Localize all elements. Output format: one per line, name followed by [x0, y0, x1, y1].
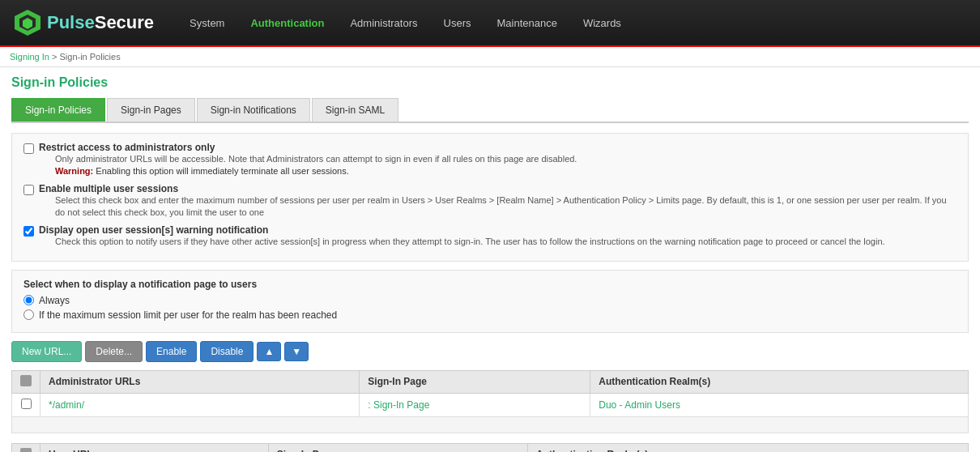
admin-signin-page-cell: : Sign-In Page: [360, 393, 590, 416]
notification-section: Select when to display a notification pa…: [11, 270, 969, 333]
admin-signin-page-link[interactable]: : Sign-In Page: [368, 399, 429, 411]
tab-sign-in-notifications[interactable]: Sign-in Notifications: [197, 98, 310, 122]
logo-icon: [13, 8, 42, 37]
nav-users[interactable]: Users: [432, 11, 483, 36]
admin-auth-realm-col-header: Authentication Realm(s): [590, 370, 969, 393]
radio-always-input[interactable]: [23, 295, 34, 305]
radio-always: Always: [23, 295, 957, 306]
radio-max-session-label: If the maximum session limit per user fo…: [39, 309, 337, 321]
user-url-col-header: User URLs: [40, 443, 269, 452]
option-enable-multiple: Enable multiple user sessions Select thi…: [23, 183, 957, 220]
breadcrumb-current: Sign-in Policies: [59, 52, 120, 62]
admin-urls-table: Administrator URLs Sign-In Page Authenti…: [11, 370, 969, 433]
notification-section-title: Select when to display a notification pa…: [23, 279, 957, 290]
nav-system[interactable]: System: [178, 11, 236, 36]
admin-signin-page-col-header: Sign-In Page: [360, 370, 590, 393]
tab-bar: Sign-in Policies Sign-in Pages Sign-in N…: [11, 98, 969, 123]
admin-row-check: [12, 393, 40, 416]
restrict-admins-label: Restrict access to administrators only: [39, 142, 577, 153]
enable-multiple-desc: Select this check box and enter the maxi…: [55, 194, 957, 220]
breadcrumb: Signing In > Sign-in Policies: [0, 47, 980, 67]
restrict-admins-warning: Warning: Warning: Enabling this option w…: [55, 165, 577, 177]
nav-authentication[interactable]: Authentication: [239, 11, 335, 36]
page-content: Sign-in Policies Sign-in Policies Sign-i…: [0, 67, 980, 452]
admin-empty-row: [12, 416, 969, 433]
enable-button[interactable]: Enable: [146, 341, 197, 362]
move-down-button[interactable]: ▼: [284, 342, 309, 361]
logo: PulseSecure: [13, 8, 154, 37]
restrict-admins-desc: Only administrator URLs will be accessib…: [55, 153, 577, 165]
admin-auth-realm-cell: Duo - Admin Users: [590, 393, 969, 416]
user-urls-table: User URLs Sign-In Page Authentication Re…: [11, 443, 969, 452]
disable-button[interactable]: Disable: [200, 341, 254, 362]
move-up-button[interactable]: ▲: [257, 342, 281, 361]
admin-url-link[interactable]: */admin/: [49, 399, 84, 411]
nav-maintenance[interactable]: Maintenance: [485, 11, 568, 36]
admin-url-col-header: Administrator URLs: [40, 370, 360, 393]
enable-multiple-label: Enable multiple user sessions: [39, 183, 957, 194]
header: PulseSecure System Authentication Admini…: [0, 0, 980, 47]
admin-auth-realm-link[interactable]: Duo - Admin Users: [599, 399, 680, 411]
logo-text: PulseSecure: [47, 12, 154, 33]
action-buttons: New URL... Delete... Enable Disable ▲ ▼: [11, 341, 969, 362]
radio-always-label: Always: [39, 295, 70, 306]
option-restrict-admins: Restrict access to administrators only O…: [23, 142, 957, 178]
page-title: Sign-in Policies: [11, 75, 969, 90]
nav-administrators[interactable]: Administrators: [339, 11, 428, 36]
tab-sign-in-saml[interactable]: Sign-in SAML: [312, 98, 398, 122]
enable-multiple-checkbox[interactable]: [23, 185, 34, 195]
new-url-button[interactable]: New URL...: [11, 341, 82, 362]
sort-icon: [20, 375, 32, 386]
tab-sign-in-pages[interactable]: Sign-in Pages: [107, 98, 195, 122]
main-nav: System Authentication Administrators Use…: [178, 11, 633, 36]
tab-sign-in-policies[interactable]: Sign-in Policies: [11, 98, 105, 122]
options-section: Restrict access to administrators only O…: [11, 133, 969, 262]
restrict-admins-checkbox[interactable]: [23, 143, 34, 154]
user-signin-page-col-header: Sign-In Page: [268, 443, 527, 452]
option-display-warning: Display open user session[s] warning not…: [23, 224, 957, 248]
user-sort-icon: [20, 448, 32, 452]
admin-row-checkbox[interactable]: [21, 399, 32, 409]
breadcrumb-signing-in[interactable]: Signing In: [10, 52, 49, 62]
nav-wizards[interactable]: Wizards: [572, 11, 633, 36]
display-warning-label: Display open user session[s] warning not…: [39, 224, 885, 236]
user-auth-realm-col-header: Authentication Realm(s): [528, 443, 969, 452]
delete-button[interactable]: Delete...: [85, 341, 143, 362]
user-table-check-header: [12, 443, 40, 452]
admin-url-cell: */admin/: [40, 393, 360, 416]
admin-table-check-header: [12, 370, 40, 393]
table-row: */admin/ : Sign-In Page Duo - Admin User…: [12, 393, 969, 416]
radio-max-session: If the maximum session limit per user fo…: [23, 309, 957, 321]
display-warning-desc: Check this option to notify users if the…: [55, 236, 885, 248]
display-warning-checkbox[interactable]: [23, 226, 34, 237]
radio-max-session-input[interactable]: [23, 309, 34, 320]
